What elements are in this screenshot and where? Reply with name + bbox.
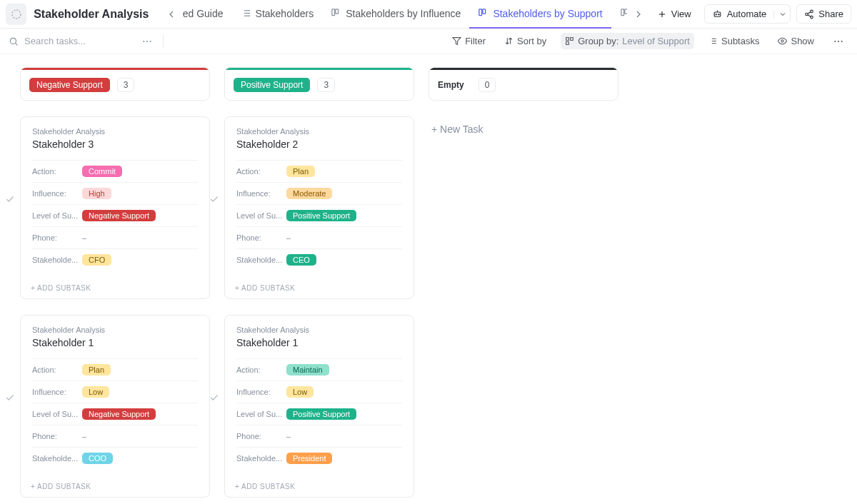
action-tag: Plan (286, 166, 315, 177)
field-label: Action: (236, 366, 286, 374)
field-label: Stakeholde... (236, 256, 286, 264)
subtasks-button[interactable]: Subtasks (704, 33, 763, 49)
svg-rect-12 (625, 9, 628, 14)
card-breadcrumb: Stakeholder Analysis (236, 127, 402, 136)
field-label: Influence: (32, 189, 82, 198)
tab-stakeholders[interactable]: Stakeholders (232, 0, 323, 29)
field-label: Phone: (32, 432, 82, 440)
sort-button[interactable]: Sort by (500, 33, 551, 49)
field-label: Stakeholde... (32, 256, 82, 264)
tab-label: Stakeholders by Support (493, 8, 602, 19)
group-by-button[interactable]: Group by: Level of Support (561, 33, 694, 49)
svg-line-25 (16, 43, 18, 45)
svg-rect-9 (479, 9, 482, 16)
svg-marker-29 (453, 38, 461, 45)
divider (163, 35, 164, 48)
influence-tag: Low (82, 386, 109, 398)
task-card[interactable]: Stakeholder AnalysisStakeholder 1Action:… (20, 315, 210, 498)
check-icon (209, 393, 219, 403)
tab-label: ed Guide (183, 8, 224, 19)
svg-line-23 (808, 14, 811, 16)
svg-point-33 (781, 40, 783, 42)
tab-guide[interactable]: ed Guide (183, 0, 232, 29)
share-label: Share (818, 9, 843, 19)
header-actions: View Automate Share (650, 4, 851, 24)
column-header: Empty0 (428, 67, 618, 101)
action-tag: Maintain (286, 364, 329, 376)
tabs: ed Guide Stakeholders Stakeholders by In… (183, 0, 628, 29)
page-title: Stakeholder Analysis (34, 8, 149, 21)
card-title: Stakeholder 3 (32, 138, 198, 150)
search-input[interactable] (24, 36, 124, 46)
column-count: 3 (317, 78, 335, 92)
tab-by-support[interactable]: Stakeholders by Support (469, 0, 611, 29)
check-icon (5, 194, 15, 204)
add-subtask-button[interactable]: + ADD SUBTASK (225, 476, 414, 497)
svg-point-16 (716, 14, 716, 15)
svg-line-22 (808, 11, 811, 13)
board-icon (620, 8, 628, 19)
column-title-pill: Negative Support (29, 78, 110, 92)
column-title-pill: Empty (438, 78, 471, 92)
add-view-button[interactable]: View (650, 5, 698, 23)
nav-next-button[interactable] (630, 6, 646, 23)
field-label: Influence: (32, 388, 82, 396)
field-label: Level of Su... (236, 410, 286, 418)
automate-label: Automate (727, 9, 767, 19)
task-card[interactable]: Stakeholder AnalysisStakeholder 3Action:… (20, 116, 210, 299)
chevron-down-icon[interactable] (773, 10, 787, 19)
show-button[interactable]: Show (773, 33, 818, 49)
svg-point-26 (143, 40, 144, 41)
automate-button[interactable]: Automate (704, 4, 791, 24)
add-subtask-button[interactable]: + ADD SUBTASK (21, 476, 209, 497)
field-label: Stakeholde... (32, 454, 82, 463)
tab-overflow[interactable]: L (611, 0, 628, 29)
card-title: Stakeholder 1 (236, 337, 402, 348)
board-icon (331, 8, 341, 19)
svg-point-35 (838, 40, 839, 41)
group-value: Level of Support (622, 36, 690, 46)
column-header: Negative Support3 (20, 67, 210, 101)
svg-point-17 (718, 14, 718, 15)
filter-label: Filter (465, 36, 486, 46)
search-more-button[interactable] (139, 33, 156, 50)
toolbar-more-button[interactable] (828, 33, 848, 50)
tab-by-influence[interactable]: Stakeholders by Influence (322, 0, 469, 29)
field-label: Phone: (236, 233, 286, 242)
top-header: Stakeholder Analysis ed Guide Stakeholde… (0, 0, 857, 29)
svg-point-20 (806, 13, 808, 16)
phone-value: – (82, 233, 86, 242)
svg-rect-10 (483, 9, 486, 14)
support-tag: Positive Support (286, 210, 356, 221)
tab-label: Stakeholders (256, 8, 314, 19)
filter-button[interactable]: Filter (448, 33, 490, 49)
phone-value: – (286, 233, 291, 242)
toolbar: Filter Sort by Group by: Level of Suppor… (0, 29, 857, 54)
nav-prev-button[interactable] (163, 6, 179, 23)
phone-value: – (82, 432, 86, 440)
role-tag: COO (82, 453, 113, 464)
svg-rect-31 (571, 38, 573, 41)
app-icon (6, 4, 26, 25)
card-title: Stakeholder 2 (236, 138, 402, 150)
share-button[interactable]: Share (796, 4, 851, 24)
column-count: 3 (117, 78, 135, 92)
task-card[interactable]: Stakeholder AnalysisStakeholder 2Action:… (224, 116, 414, 299)
role-tag: CFO (82, 254, 111, 266)
field-label: Action: (32, 167, 82, 176)
add-subtask-button[interactable]: + ADD SUBTASK (21, 278, 209, 298)
field-label: Stakeholde... (236, 454, 286, 463)
influence-tag: Low (286, 386, 314, 398)
board-icon (478, 8, 488, 19)
field-label: Level of Su... (32, 410, 82, 418)
sort-label: Sort by (517, 36, 546, 46)
check-icon (5, 393, 15, 403)
board-column: Empty0+ New Task (428, 67, 618, 142)
tab-label: Stakeholders by Influence (346, 8, 461, 19)
new-task-button[interactable]: + New Task (428, 116, 618, 142)
task-card[interactable]: Stakeholder AnalysisStakeholder 1Action:… (224, 315, 414, 498)
column-title-pill: Positive Support (234, 78, 310, 92)
field-label: Influence: (236, 388, 286, 396)
add-subtask-button[interactable]: + ADD SUBTASK (225, 278, 414, 298)
show-label: Show (791, 36, 814, 46)
